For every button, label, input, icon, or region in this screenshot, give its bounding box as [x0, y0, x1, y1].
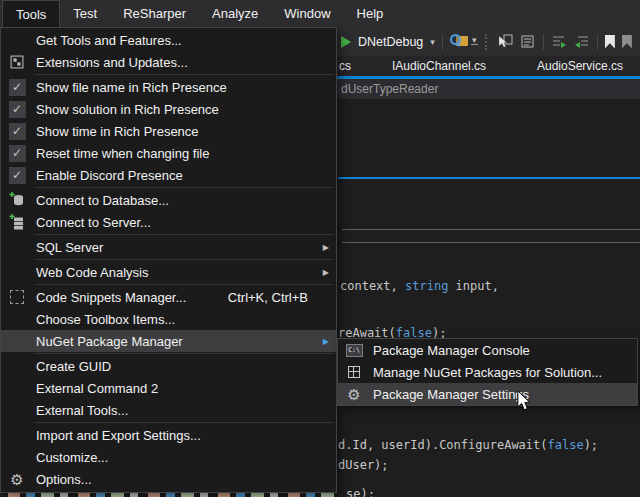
- toolbar-separator: [543, 34, 544, 50]
- menu-item-show-solution[interactable]: ✓Show solution in Rich Presence: [1, 98, 336, 120]
- menu-item-external-tools[interactable]: External Tools...: [1, 399, 336, 421]
- toolbar-grip-handle[interactable]: [485, 34, 490, 50]
- code-line: d.Id, userId).ConfigureAwait(false);: [338, 438, 598, 452]
- menu-separator: [34, 284, 334, 285]
- clipped-code-row: [8, 493, 338, 497]
- menu-item-create-guid[interactable]: Create GUID: [1, 355, 336, 377]
- chevron-underline: [471, 44, 478, 45]
- extensions-icon: [5, 53, 29, 71]
- menu-item-label: Connect to Server...: [36, 215, 151, 230]
- menu-item-choose-toolbox-items[interactable]: Choose Toolbox Items...: [1, 308, 336, 330]
- menu-item-connect-to-database[interactable]: Connect to Database...: [1, 189, 336, 211]
- menu-item-label: Create GUID: [36, 359, 111, 374]
- menu-separator: [34, 259, 334, 260]
- console-icon: C:\: [342, 341, 366, 359]
- menu-item-label: Web Code Analysis: [36, 265, 149, 280]
- checkmark-icon: ✓: [5, 122, 29, 140]
- menu-item-label: Choose Toolbox Items...: [36, 312, 175, 327]
- menu-item-label: Manage NuGet Packages for Solution...: [373, 365, 602, 380]
- menu-item-customize[interactable]: Customize...: [1, 446, 336, 468]
- menu-item-import-export-settings[interactable]: Import and Export Settings...: [1, 424, 336, 446]
- lines-arrow-green-icon-2[interactable]: [574, 34, 590, 49]
- menu-separator: [34, 353, 334, 354]
- tools-menu: Get Tools and Features... Extensions and…: [0, 27, 337, 493]
- tab-partial[interactable]: cs: [339, 59, 351, 73]
- menu-item-show-file-name[interactable]: ✓Show file name in Rich Presence: [1, 76, 336, 98]
- chevron-glyph: ▾: [472, 38, 477, 42]
- menu-item-options[interactable]: ⚙Options...: [1, 468, 336, 490]
- toolbar-options-chevron-icon[interactable]: ▾: [471, 38, 478, 45]
- code-line: context, string input,: [340, 279, 499, 293]
- cursor-box-icon[interactable]: [497, 34, 513, 49]
- menu-item-label: Show time in Rich Presence: [36, 124, 199, 139]
- gear-icon: ⚙: [5, 470, 29, 488]
- editor-breadcrumb[interactable]: dUserTypeReader: [337, 79, 640, 99]
- menubar-item-test[interactable]: Test: [60, 0, 110, 27]
- database-add-icon: [5, 191, 29, 209]
- toolbar-separator: [442, 34, 443, 50]
- menu-item-extensions-and-updates[interactable]: Extensions and Updates...: [1, 51, 336, 73]
- vs-window: Tools Test ReSharper Analyze Window Help…: [0, 0, 640, 497]
- start-debug-button[interactable]: [341, 36, 351, 48]
- standard-toolbar: DNetDebug ▾ ▾: [337, 27, 640, 56]
- find-in-files-icon[interactable]: [450, 34, 468, 49]
- chevron-down-icon[interactable]: ▾: [430, 37, 435, 47]
- menu-item-label: Import and Export Settings...: [36, 428, 201, 443]
- menu-item-label: Get Tools and Features...: [36, 33, 182, 48]
- breadcrumb-text: dUserTypeReader: [341, 82, 438, 96]
- snippets-icon: [5, 288, 29, 306]
- menubar-item-window[interactable]: Window: [271, 0, 343, 27]
- nuget-submenu: C:\ Package Manager Console Manage NuGet…: [337, 338, 638, 406]
- menu-item-nuget-package-manager[interactable]: NuGet Package Manager▶: [1, 330, 336, 352]
- bookmark-icon[interactable]: [605, 35, 615, 49]
- submenu-arrow-icon: ▶: [323, 337, 329, 346]
- menubar-item-help[interactable]: Help: [344, 0, 397, 27]
- menu-bar: Tools Test ReSharper Analyze Window Help: [0, 0, 640, 27]
- menu-item-external-command-2[interactable]: External Command 2: [1, 377, 336, 399]
- bookmark-prev-icon[interactable]: [622, 35, 632, 49]
- submenu-item-package-manager-settings[interactable]: ⚙ Package Manager Settings: [338, 383, 637, 405]
- tab-iaudiochannel[interactable]: IAudioChannel.cs: [392, 59, 486, 73]
- submenu-arrow-icon: ▶: [323, 268, 329, 277]
- tab-audioservice[interactable]: AudioService.cs: [537, 59, 623, 73]
- menubar-item-analyze[interactable]: Analyze: [199, 0, 271, 27]
- menu-item-label: Reset time when changing file: [36, 146, 209, 161]
- menu-item-reset-time[interactable]: ✓Reset time when changing file: [1, 142, 336, 164]
- menu-item-get-tools-and-features[interactable]: Get Tools and Features...: [1, 29, 336, 51]
- checkmark-icon: ✓: [5, 78, 29, 96]
- menu-item-enable-discord[interactable]: ✓Enable Discord Presence: [1, 164, 336, 186]
- menu-item-code-snippets-manager[interactable]: Code Snippets Manager... Ctrl+K, Ctrl+B: [1, 286, 336, 308]
- submenu-item-manage-nuget-packages[interactable]: Manage NuGet Packages for Solution...: [338, 361, 637, 383]
- menu-item-web-code-analysis[interactable]: Web Code Analysis▶: [1, 261, 336, 283]
- menu-item-label: SQL Server: [36, 240, 103, 255]
- menu-item-label: Package Manager Console: [373, 343, 530, 358]
- menu-item-label: Show solution in Rich Presence: [36, 102, 219, 117]
- menu-item-label: External Command 2: [36, 381, 158, 396]
- menu-item-label: Enable Discord Presence: [36, 168, 183, 183]
- submenu-item-package-manager-console[interactable]: C:\ Package Manager Console: [338, 339, 637, 361]
- menubar-item-tools[interactable]: Tools: [2, 0, 60, 27]
- menu-item-sql-server[interactable]: SQL Server▶: [1, 236, 336, 258]
- play-icon: [341, 36, 351, 48]
- menu-item-connect-to-server[interactable]: Connect to Server...: [1, 211, 336, 233]
- lines-arrow-green-icon-1[interactable]: [551, 34, 567, 49]
- menu-item-show-time[interactable]: ✓Show time in Rich Presence: [1, 120, 336, 142]
- menu-separator: [34, 187, 334, 188]
- code-divider-line: [342, 242, 640, 243]
- solution-config-dropdown[interactable]: DNetDebug: [358, 35, 423, 49]
- menu-item-shortcut: Ctrl+K, Ctrl+B: [228, 290, 328, 305]
- menu-item-label: Customize...: [36, 450, 108, 465]
- menu-item-label: External Tools...: [36, 403, 128, 418]
- document-tab-strip: cs IAudioChannel.cs AudioService.cs: [337, 56, 640, 76]
- menubar-item-resharper[interactable]: ReSharper: [110, 0, 199, 27]
- menu-separator: [34, 234, 334, 235]
- peek-border-line: [338, 177, 640, 179]
- submenu-arrow-icon: ▶: [323, 243, 329, 252]
- menu-item-label: Code Snippets Manager...: [36, 290, 186, 305]
- checkmark-icon: ✓: [5, 166, 29, 184]
- menu-item-label: Package Manager Settings: [373, 387, 529, 402]
- box-lines-icon[interactable]: [520, 34, 536, 49]
- menu-item-label: NuGet Package Manager: [36, 334, 183, 349]
- code-divider-line: [342, 229, 640, 230]
- menu-item-label: Options...: [36, 472, 92, 487]
